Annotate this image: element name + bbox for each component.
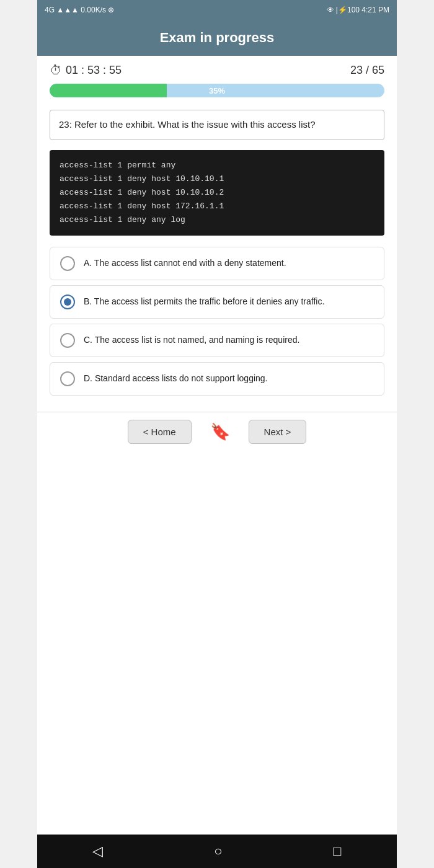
- status-bar: 4G ▲▲▲ 0.00K/s ⊕ 👁 |⚡100 4:21 PM: [37, 0, 397, 20]
- home-button[interactable]: < Home: [128, 420, 192, 444]
- android-home-icon[interactable]: ○: [214, 843, 222, 859]
- android-back-icon[interactable]: ◁: [92, 843, 103, 859]
- option-a[interactable]: A. The access list cannot end with a den…: [50, 247, 384, 280]
- exam-title: Exam in progress: [160, 30, 275, 45]
- question-text: 23: Refer to the exhibit. What is the is…: [59, 119, 316, 130]
- code-line-5: access-list 1 deny any log: [60, 213, 374, 227]
- timer-row: ⏱ 01 : 53 : 55 23 / 65: [37, 56, 397, 81]
- option-b[interactable]: B. The access list permits the traffic b…: [50, 285, 384, 319]
- android-nav-bar: ◁ ○ □: [37, 835, 397, 868]
- bottom-bar: < Home 🔖 Next >: [37, 412, 397, 451]
- option-a-text: A. The access list cannot end with a den…: [84, 257, 286, 270]
- option-d-text: D. Standard access lists do not support …: [84, 372, 268, 385]
- status-right: 👁 |⚡100 4:21 PM: [327, 6, 390, 14]
- progress-bar-fill: [50, 84, 167, 97]
- options-container: A. The access list cannot end with a den…: [50, 247, 384, 396]
- progress-label: 35%: [209, 86, 225, 95]
- timer-value: 01 : 53 : 55: [66, 64, 122, 77]
- next-button[interactable]: Next >: [249, 420, 307, 444]
- code-line-2: access-list 1 deny host 10.10.10.1: [60, 172, 374, 186]
- code-line-1: access-list 1 permit any: [60, 159, 374, 172]
- question-count: 23 / 65: [350, 64, 384, 77]
- bookmark-button[interactable]: 🔖: [210, 422, 230, 441]
- option-c-text: C. The access list is not named, and nam…: [84, 334, 299, 347]
- code-block: access-list 1 permit any access-list 1 d…: [50, 150, 384, 236]
- progress-bar-container: 35%: [50, 84, 384, 97]
- timer-left: ⏱ 01 : 53 : 55: [50, 63, 122, 78]
- option-b-text: B. The access list permits the traffic b…: [84, 295, 324, 308]
- radio-b[interactable]: [60, 294, 75, 309]
- android-recent-icon[interactable]: □: [333, 843, 341, 859]
- question-box: 23: Refer to the exhibit. What is the is…: [50, 110, 384, 140]
- radio-b-fill: [64, 298, 71, 306]
- code-line-3: access-list 1 deny host 10.10.10.2: [60, 186, 374, 200]
- exam-header: Exam in progress: [37, 20, 397, 56]
- radio-c[interactable]: [60, 333, 75, 348]
- status-left: 4G ▲▲▲ 0.00K/s ⊕: [45, 6, 114, 14]
- radio-a[interactable]: [60, 256, 75, 271]
- option-c[interactable]: C. The access list is not named, and nam…: [50, 324, 384, 357]
- option-d[interactable]: D. Standard access lists do not support …: [50, 362, 384, 396]
- status-signal: 4G ▲▲▲ 0.00K/s ⊕: [45, 6, 114, 14]
- code-line-4: access-list 1 deny host 172.16.1.1: [60, 200, 374, 213]
- timer-icon: ⏱: [50, 63, 62, 78]
- status-icons: 👁 |⚡100 4:21 PM: [327, 6, 390, 14]
- radio-d[interactable]: [60, 371, 75, 386]
